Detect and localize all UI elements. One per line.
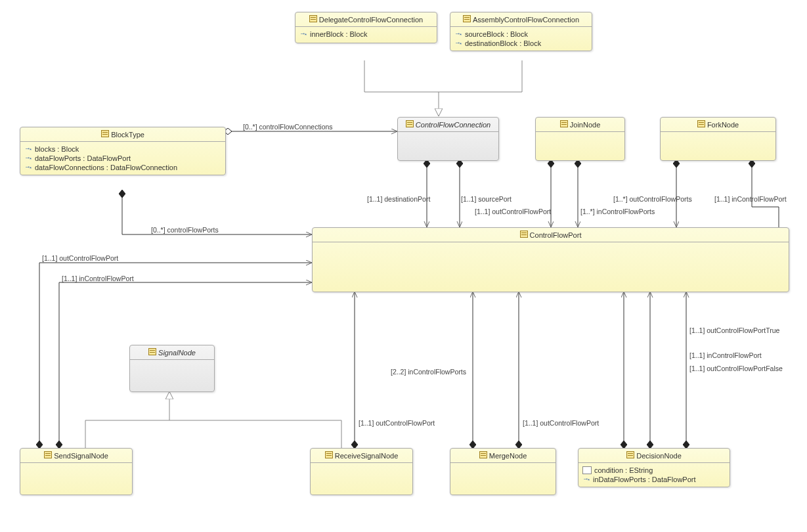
assoc-label-dec-outfalse: [1..1] outControlFlowPortFalse <box>689 365 783 372</box>
assoc-label-merge-out: [1..1] outControlFlowPort <box>523 419 599 427</box>
class-name: ControlFlowConnection <box>416 121 491 129</box>
assoc-label-controlflowports: [0..*] controlFlowPorts <box>151 226 219 234</box>
ref-icon <box>24 164 32 171</box>
assoc-label-dec-outtrue: [1..1] outControlFlowPortTrue <box>689 326 779 334</box>
class-name: ControlFlowPort <box>530 231 582 239</box>
attr-row: destinationBlock : Block <box>454 39 588 48</box>
assoc-label-ss-out: [1..1] outControlFlowPort <box>42 254 118 262</box>
class-name: BlockType <box>111 131 144 139</box>
attr-label: sourceBlock : Block <box>465 30 528 38</box>
class-icon <box>626 451 634 458</box>
class-name: DelegateControlFlowConnection <box>319 16 423 24</box>
class-icon <box>309 15 317 22</box>
class-forknode[interactable]: ForkNode <box>660 117 776 161</box>
class-name: ReceiveSignalNode <box>335 452 399 460</box>
ref-icon <box>299 31 307 37</box>
class-icon <box>44 451 52 458</box>
ref-icon <box>454 31 462 37</box>
class-decisionnode[interactable]: DecisionNode condition : EString inDataF… <box>578 448 730 487</box>
attr-row: sourceBlock : Block <box>454 30 588 39</box>
assoc-label-dec-in: [1..1] inControlFlowPort <box>689 351 762 359</box>
attr-label: condition : EString <box>594 466 653 474</box>
class-icon <box>148 348 156 355</box>
class-icon <box>463 15 471 22</box>
class-icon <box>101 130 109 137</box>
class-blocktype[interactable]: BlockType blocks : Block dataFlowPorts :… <box>20 127 226 175</box>
assoc-label-joinin: [1..*] inControlFlowPorts <box>580 208 655 215</box>
assoc-label-ss-in: [1..1] inControlFlowPort <box>62 275 134 282</box>
class-mergenode[interactable]: MergeNode <box>450 448 556 495</box>
class-icon <box>560 120 568 127</box>
class-name: DecisionNode <box>636 452 681 460</box>
class-assembly[interactable]: AssemblyControlFlowConnection sourceBloc… <box>450 12 592 51</box>
attr-row: condition : EString <box>582 466 726 475</box>
assoc-label-joinout: [1..1] outControlFlowPort <box>475 208 551 215</box>
ref-icon <box>454 40 462 47</box>
attr-label: innerBlock : Block <box>310 30 367 38</box>
ref-icon <box>24 155 32 162</box>
class-name: SignalNode <box>158 349 196 357</box>
attr-label: inDataFlowPorts : DataFlowPort <box>593 476 696 483</box>
assoc-label-rs-out: [1..1] outControlFlowPort <box>359 419 435 427</box>
class-icon <box>520 231 528 238</box>
class-icon <box>325 451 333 458</box>
attr-row: dataFlowPorts : DataFlowPort <box>24 154 221 163</box>
ref-icon <box>582 476 590 483</box>
class-icon <box>697 120 705 127</box>
class-icon <box>479 451 487 458</box>
assoc-label-merge-in: [2..2] inControlFlowPorts <box>391 368 466 376</box>
assoc-label-forkin: [1..1] inControlFlowPort <box>714 195 787 203</box>
class-delegate[interactable]: DelegateControlFlowConnection innerBlock… <box>295 12 437 43</box>
class-receivesignal[interactable]: ReceiveSignalNode <box>310 448 413 495</box>
class-name: SendSignalNode <box>54 452 108 460</box>
class-controlflowconnection[interactable]: ControlFlowConnection <box>397 117 499 161</box>
class-name: ForkNode <box>707 121 739 129</box>
assoc-label-srcport: [1..1] sourcePort <box>461 195 512 203</box>
class-name: MergeNode <box>489 452 527 460</box>
class-icon <box>406 120 414 127</box>
class-joinnode[interactable]: JoinNode <box>535 117 625 161</box>
attr-label: destinationBlock : Block <box>465 39 541 47</box>
class-sendsignal[interactable]: SendSignalNode <box>20 448 133 495</box>
class-name: JoinNode <box>570 121 600 129</box>
class-signalnode[interactable]: SignalNode <box>129 345 215 392</box>
assoc-label-destport: [1..1] destinationPort <box>367 195 430 203</box>
attr-row: innerBlock : Block <box>299 30 433 39</box>
assoc-label-controlflowconnections: [0..*] controlFlowConnections <box>243 123 333 131</box>
assoc-label-forkout: [1..*] outControlFlowPorts <box>613 195 692 203</box>
attr-label: dataFlowPorts : DataFlowPort <box>35 154 131 162</box>
attr-icon <box>582 466 592 474</box>
attr-row: inDataFlowPorts : DataFlowPort <box>582 475 726 484</box>
class-name: AssemblyControlFlowConnection <box>473 16 579 24</box>
class-controlflowport[interactable]: ControlFlowPort <box>312 227 789 292</box>
attr-label: dataFlowConnections : DataFlowConnection <box>35 164 177 171</box>
attr-row: blocks : Block <box>24 144 221 154</box>
ref-icon <box>24 146 32 152</box>
attr-row: dataFlowConnections : DataFlowConnection <box>24 163 221 172</box>
attr-label: blocks : Block <box>35 145 79 153</box>
